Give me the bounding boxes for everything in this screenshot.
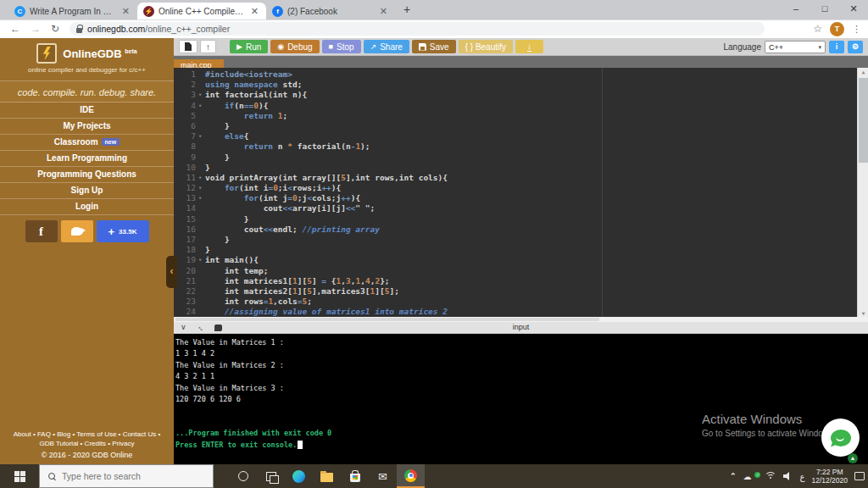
browser-menu-icon[interactable]: ⋮ [852,24,861,35]
scroll-top-badge[interactable]: ▲ [848,453,858,463]
info-button[interactable]: i [829,41,844,53]
copyright: © 2016 - 2020 GDB Online [5,451,169,459]
taskbar-cortana-button[interactable] [229,464,257,488]
share-button[interactable]: ↗Share [364,40,409,53]
profile-avatar[interactable]: T [830,22,844,36]
code-line[interactable]: 1#include<iostream> [174,69,448,80]
footer-links[interactable]: About • FAQ • Blog • Terms of Use • Cont… [5,430,169,448]
browser-tab[interactable]: f(2) Facebook✕ [266,3,395,19]
taskbar-chrome-button[interactable] [397,464,425,488]
upload-button[interactable]: ↑ [200,40,216,53]
download-button[interactable]: ↓ [515,40,543,53]
taskbar-search[interactable] [39,464,214,488]
code-line[interactable]: 16 cout<<endl; //printing array [174,225,448,235]
keyboard-language-indicator[interactable]: ع [799,472,804,481]
chat-widget-button[interactable] [821,419,860,457]
reload-icon[interactable]: ↻ [51,23,59,35]
taskbar-edge-button[interactable] [285,464,313,488]
tray-expand-icon[interactable]: ⌃ [730,472,737,480]
run-button[interactable]: ▶Run [230,40,268,53]
search-input[interactable] [62,471,198,481]
fold-arrow-icon[interactable]: ▾ [196,255,204,265]
code-line[interactable]: 19▾int main(){ [174,255,448,265]
editor-vertical-scrollbar[interactable]: ▲ ▼ [857,68,868,317]
sidebar-item-learn-programming[interactable]: Learn Programming [0,151,174,167]
task-view-icon [266,472,276,481]
sidebar-collapse-handle[interactable]: ‹ [166,256,177,288]
stop-button[interactable]: ■Stop [322,40,361,53]
scrollbar-thumb[interactable] [859,78,868,163]
tab-close-icon[interactable]: ✕ [249,6,260,17]
minimize-button[interactable]: – [782,0,810,19]
code-line[interactable]: 13▾ for(int j=0;j<cols;j++){ [174,193,448,203]
scroll-down-icon[interactable]: ▼ [858,310,868,316]
fold-arrow-icon[interactable]: ▾ [196,173,204,183]
code-line[interactable]: 11▾void printArray(int array[][5],int ro… [174,173,448,183]
tab-close-icon[interactable]: ✕ [120,6,131,17]
code-line[interactable]: 18} [174,245,448,255]
maximize-button[interactable]: □ [810,0,839,19]
code-editor[interactable]: 1#include<iostream>2using namespace std;… [174,68,868,317]
fold-arrow-icon[interactable]: ▾ [196,131,204,141]
code-line[interactable]: 20 int temp; [174,266,448,276]
scroll-up-icon[interactable]: ▲ [858,69,868,75]
code-line[interactable]: 15 } [174,214,448,225]
fold-arrow-icon[interactable]: ▾ [196,90,204,100]
code-line[interactable]: 5 return 1; [174,111,448,121]
new-tab-button[interactable]: + [403,3,410,16]
facebook-share-button[interactable]: f [25,220,58,242]
console-output[interactable]: The Value in Matrices 1 :1 3 1 4 2The Va… [174,334,868,464]
forward-icon[interactable]: → [31,23,41,35]
twitter-share-button[interactable] [61,220,93,242]
volume-icon[interactable] [783,472,793,480]
code-line[interactable]: 14 cout<<array[i][j]<<" "; [174,203,448,214]
bookmark-star-icon[interactable]: ☆ [813,23,822,35]
code-line[interactable]: 6 } [174,121,448,131]
wifi-icon[interactable] [765,472,776,480]
code-line[interactable]: 2using namespace std; [174,80,448,90]
code-line[interactable]: 7▾ else{ [174,131,448,141]
taskbar-explorer-button[interactable] [313,464,341,488]
sidebar-item-sign-up[interactable]: Sign Up [0,183,174,199]
code-line[interactable]: 23 int rows=1,cols=5; [174,297,448,307]
code-line[interactable]: 22 int matrices2[1][5],matrices3[1][5]; [174,286,448,297]
language-select[interactable]: C++▾ [765,41,826,53]
taskbar-task-view-button[interactable] [257,464,285,488]
hscrollbar-thumb[interactable] [175,318,599,321]
fold-arrow-icon[interactable]: ▾ [196,101,204,111]
browser-tab[interactable]: ⚡Online C++ Compiler - online ed✕ [137,3,266,19]
code-line[interactable]: 9 } [174,152,448,163]
taskbar-clock[interactable]: 7:22 PM 12/12/2020 [811,468,848,485]
onedrive-cloud-icon[interactable]: ☁ [743,472,751,481]
fold-arrow-icon[interactable]: ▾ [196,183,204,193]
taskbar-store-button[interactable] [341,464,369,488]
save-button[interactable]: Save [412,40,456,53]
code-line[interactable]: 3▾int factorial(int n){ [174,90,448,100]
code-line[interactable]: 17 } [174,235,448,245]
settings-button[interactable]: ⚙ [848,41,863,53]
follow-count-button[interactable]: + 33.5K [97,220,149,242]
fold-arrow-icon[interactable]: ▾ [196,193,204,203]
code-line[interactable]: 24 //assigning value of matrices1 into m… [174,307,448,317]
sidebar-item-ide[interactable]: IDE [0,103,174,119]
back-icon[interactable]: ← [10,23,20,35]
url-omnibox[interactable]: onlinegdb.com/online_c++_compiler [70,22,765,36]
action-center-icon[interactable] [854,472,865,480]
sidebar-item-login[interactable]: Login [0,199,174,215]
new-file-button[interactable] [179,40,198,53]
sidebar-item-my-projects[interactable]: My Projects [0,119,174,135]
code-line[interactable]: 10} [174,163,448,173]
browser-tab[interactable]: CWrite A Program In C ++ Langua✕ [8,3,137,19]
code-line[interactable]: 8 return n * factorial(n-1); [174,141,448,152]
sidebar-item-classroom[interactable]: Classroomnew [0,135,174,151]
code-line[interactable]: 4▾ if(n==0){ [174,101,448,111]
code-line[interactable]: 21 int matrices1[1][5] = {1,3,1,4,2}; [174,276,448,286]
tab-close-icon[interactable]: ✕ [378,6,389,17]
start-button[interactable] [0,464,39,488]
taskbar-mail-button[interactable]: ✉ [369,464,397,488]
code-line[interactable]: 12▾ for(int i=0;i<rows;i++){ [174,183,448,193]
debug-button[interactable]: ◉Debug [270,40,319,53]
close-button[interactable]: ✕ [839,0,868,19]
beautify-button[interactable]: { } Beautify [459,40,513,53]
sidebar-item-programming-questions[interactable]: Programming Questions [0,167,174,183]
